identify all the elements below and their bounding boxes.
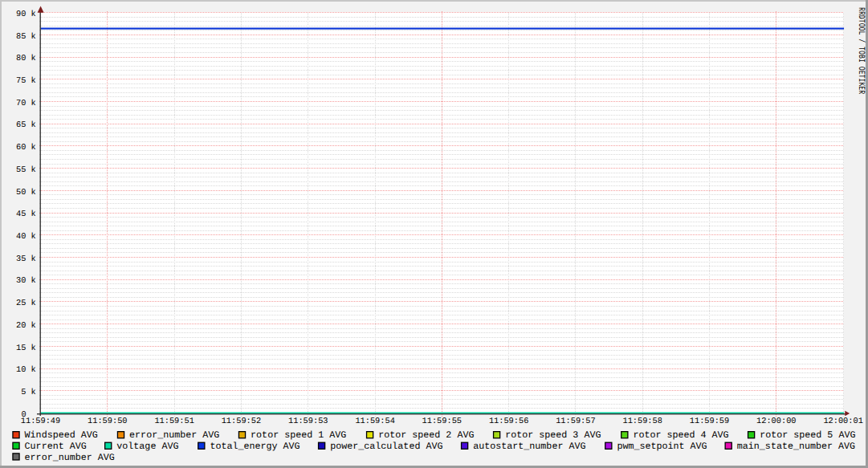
- svg-text:75 k: 75 k: [16, 76, 36, 86]
- svg-text:60 k: 60 k: [16, 143, 36, 153]
- svg-text:12:00:01: 12:00:01: [823, 417, 862, 426]
- svg-text:Windspeed AVG: Windspeed AVG: [25, 429, 98, 441]
- svg-text:11:59:52: 11:59:52: [222, 417, 261, 426]
- svg-text:pwm_setpoint AVG: pwm_setpoint AVG: [617, 441, 707, 452]
- svg-text:30 k: 30 k: [16, 276, 36, 286]
- svg-text:rotor speed 2 AVG: rotor speed 2 AVG: [378, 429, 474, 441]
- svg-text:45 k: 45 k: [16, 210, 36, 219]
- svg-text:10 k: 10 k: [16, 365, 36, 375]
- svg-text:voltage AVG: voltage AVG: [116, 441, 178, 452]
- svg-text:35 k: 35 k: [16, 254, 36, 264]
- svg-text:11:59:55: 11:59:55: [422, 417, 462, 426]
- svg-text:Current AVG: Current AVG: [25, 441, 87, 452]
- svg-text:autostart_number AVG: autostart_number AVG: [473, 441, 585, 452]
- svg-text:11:59:54: 11:59:54: [355, 417, 394, 426]
- svg-text:11:59:57: 11:59:57: [556, 417, 595, 426]
- svg-text:error_number AVG: error_number AVG: [129, 429, 219, 441]
- svg-text:rotor speed 1 AVG: rotor speed 1 AVG: [251, 429, 346, 441]
- svg-text:11:59:50: 11:59:50: [88, 417, 127, 426]
- svg-text:55 k: 55 k: [16, 165, 36, 175]
- svg-text:rotor speed 4 AVG: rotor speed 4 AVG: [633, 429, 728, 441]
- svg-text:RRDTOOL / TOBI OETIKER: RRDTOOL / TOBI OETIKER: [856, 7, 866, 94]
- svg-text:85 k: 85 k: [16, 32, 36, 42]
- svg-text:11:59:49: 11:59:49: [21, 417, 60, 426]
- svg-text:65 k: 65 k: [16, 120, 36, 130]
- svg-text:error_number AVG: error_number AVG: [25, 452, 115, 463]
- svg-text:rotor speed 5 AVG: rotor speed 5 AVG: [760, 429, 855, 441]
- svg-text:total_energy AVG: total_energy AVG: [210, 441, 300, 452]
- svg-text:power_calculated AVG: power_calculated AVG: [330, 441, 442, 452]
- svg-text:70 k: 70 k: [16, 99, 36, 108]
- svg-text:80 k: 80 k: [16, 54, 36, 63]
- svg-text:11:59:51: 11:59:51: [154, 417, 194, 426]
- svg-text:25 k: 25 k: [16, 299, 36, 308]
- svg-text:5 k: 5 k: [21, 388, 36, 397]
- svg-text:15 k: 15 k: [16, 344, 36, 353]
- svg-text:11:59:53: 11:59:53: [288, 417, 328, 426]
- svg-text:main_state_number AVG: main_state_number AVG: [737, 441, 855, 452]
- svg-text:11:59:59: 11:59:59: [690, 417, 729, 426]
- svg-text:50 k: 50 k: [16, 188, 36, 197]
- svg-text:11:59:56: 11:59:56: [489, 417, 528, 426]
- svg-text:12:00:00: 12:00:00: [756, 417, 796, 426]
- svg-text:40 k: 40 k: [16, 232, 36, 242]
- svg-text:11:59:58: 11:59:58: [622, 417, 662, 426]
- svg-text:rotor speed 3 AVG: rotor speed 3 AVG: [505, 429, 601, 441]
- svg-text:90 k: 90 k: [16, 10, 36, 19]
- svg-text:20 k: 20 k: [16, 321, 36, 331]
